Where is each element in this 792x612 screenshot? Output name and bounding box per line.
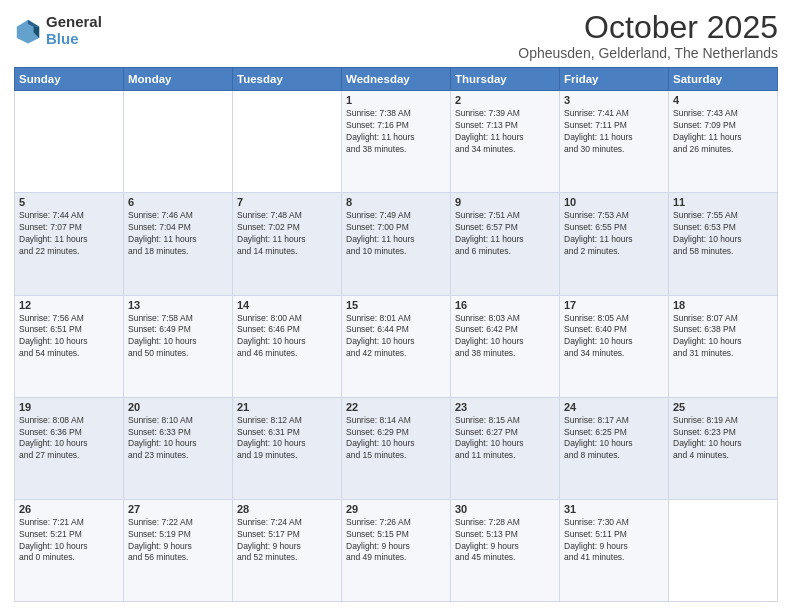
day-info: Sunrise: 7:24 AM Sunset: 5:17 PM Dayligh… — [237, 517, 337, 565]
day-number: 2 — [455, 94, 555, 106]
calendar-week-1: 5Sunrise: 7:44 AM Sunset: 7:07 PM Daylig… — [15, 193, 778, 295]
col-thursday: Thursday — [451, 68, 560, 91]
title-block: October 2025 Opheusden, Gelderland, The … — [518, 10, 778, 61]
day-number: 5 — [19, 196, 119, 208]
table-row: 17Sunrise: 8:05 AM Sunset: 6:40 PM Dayli… — [560, 295, 669, 397]
table-row: 25Sunrise: 8:19 AM Sunset: 6:23 PM Dayli… — [669, 397, 778, 499]
table-row: 16Sunrise: 8:03 AM Sunset: 6:42 PM Dayli… — [451, 295, 560, 397]
day-number: 6 — [128, 196, 228, 208]
calendar-week-2: 12Sunrise: 7:56 AM Sunset: 6:51 PM Dayli… — [15, 295, 778, 397]
day-number: 26 — [19, 503, 119, 515]
day-info: Sunrise: 7:43 AM Sunset: 7:09 PM Dayligh… — [673, 108, 773, 156]
day-number: 11 — [673, 196, 773, 208]
day-info: Sunrise: 8:15 AM Sunset: 6:27 PM Dayligh… — [455, 415, 555, 463]
day-info: Sunrise: 7:49 AM Sunset: 7:00 PM Dayligh… — [346, 210, 446, 258]
table-row: 11Sunrise: 7:55 AM Sunset: 6:53 PM Dayli… — [669, 193, 778, 295]
day-number: 18 — [673, 299, 773, 311]
day-number: 14 — [237, 299, 337, 311]
day-info: Sunrise: 7:28 AM Sunset: 5:13 PM Dayligh… — [455, 517, 555, 565]
day-info: Sunrise: 8:10 AM Sunset: 6:33 PM Dayligh… — [128, 415, 228, 463]
table-row — [669, 499, 778, 601]
table-row: 13Sunrise: 7:58 AM Sunset: 6:49 PM Dayli… — [124, 295, 233, 397]
table-row: 26Sunrise: 7:21 AM Sunset: 5:21 PM Dayli… — [15, 499, 124, 601]
table-row: 12Sunrise: 7:56 AM Sunset: 6:51 PM Dayli… — [15, 295, 124, 397]
day-number: 19 — [19, 401, 119, 413]
table-row — [233, 91, 342, 193]
table-row: 14Sunrise: 8:00 AM Sunset: 6:46 PM Dayli… — [233, 295, 342, 397]
table-row: 31Sunrise: 7:30 AM Sunset: 5:11 PM Dayli… — [560, 499, 669, 601]
logo-blue-text: Blue — [46, 31, 102, 48]
table-row: 15Sunrise: 8:01 AM Sunset: 6:44 PM Dayli… — [342, 295, 451, 397]
calendar-week-3: 19Sunrise: 8:08 AM Sunset: 6:36 PM Dayli… — [15, 397, 778, 499]
table-row: 2Sunrise: 7:39 AM Sunset: 7:13 PM Daylig… — [451, 91, 560, 193]
table-row: 7Sunrise: 7:48 AM Sunset: 7:02 PM Daylig… — [233, 193, 342, 295]
table-row: 20Sunrise: 8:10 AM Sunset: 6:33 PM Dayli… — [124, 397, 233, 499]
col-friday: Friday — [560, 68, 669, 91]
day-number: 27 — [128, 503, 228, 515]
day-info: Sunrise: 7:55 AM Sunset: 6:53 PM Dayligh… — [673, 210, 773, 258]
header: General Blue October 2025 Opheusden, Gel… — [14, 10, 778, 61]
day-number: 4 — [673, 94, 773, 106]
table-row: 24Sunrise: 8:17 AM Sunset: 6:25 PM Dayli… — [560, 397, 669, 499]
day-number: 1 — [346, 94, 446, 106]
table-row: 21Sunrise: 8:12 AM Sunset: 6:31 PM Dayli… — [233, 397, 342, 499]
table-row: 6Sunrise: 7:46 AM Sunset: 7:04 PM Daylig… — [124, 193, 233, 295]
table-row: 4Sunrise: 7:43 AM Sunset: 7:09 PM Daylig… — [669, 91, 778, 193]
col-monday: Monday — [124, 68, 233, 91]
table-row: 30Sunrise: 7:28 AM Sunset: 5:13 PM Dayli… — [451, 499, 560, 601]
day-info: Sunrise: 8:17 AM Sunset: 6:25 PM Dayligh… — [564, 415, 664, 463]
day-info: Sunrise: 8:08 AM Sunset: 6:36 PM Dayligh… — [19, 415, 119, 463]
calendar-table: Sunday Monday Tuesday Wednesday Thursday… — [14, 67, 778, 602]
day-number: 10 — [564, 196, 664, 208]
location-subtitle: Opheusden, Gelderland, The Netherlands — [518, 45, 778, 61]
col-saturday: Saturday — [669, 68, 778, 91]
day-number: 3 — [564, 94, 664, 106]
logo-general-text: General — [46, 14, 102, 31]
day-info: Sunrise: 7:30 AM Sunset: 5:11 PM Dayligh… — [564, 517, 664, 565]
day-number: 16 — [455, 299, 555, 311]
day-number: 8 — [346, 196, 446, 208]
day-number: 24 — [564, 401, 664, 413]
day-info: Sunrise: 7:58 AM Sunset: 6:49 PM Dayligh… — [128, 313, 228, 361]
day-info: Sunrise: 7:22 AM Sunset: 5:19 PM Dayligh… — [128, 517, 228, 565]
day-info: Sunrise: 7:26 AM Sunset: 5:15 PM Dayligh… — [346, 517, 446, 565]
table-row: 10Sunrise: 7:53 AM Sunset: 6:55 PM Dayli… — [560, 193, 669, 295]
table-row: 9Sunrise: 7:51 AM Sunset: 6:57 PM Daylig… — [451, 193, 560, 295]
day-number: 9 — [455, 196, 555, 208]
day-number: 21 — [237, 401, 337, 413]
day-info: Sunrise: 7:38 AM Sunset: 7:16 PM Dayligh… — [346, 108, 446, 156]
day-number: 12 — [19, 299, 119, 311]
table-row: 27Sunrise: 7:22 AM Sunset: 5:19 PM Dayli… — [124, 499, 233, 601]
day-number: 20 — [128, 401, 228, 413]
day-info: Sunrise: 8:01 AM Sunset: 6:44 PM Dayligh… — [346, 313, 446, 361]
day-number: 23 — [455, 401, 555, 413]
table-row: 28Sunrise: 7:24 AM Sunset: 5:17 PM Dayli… — [233, 499, 342, 601]
day-info: Sunrise: 8:03 AM Sunset: 6:42 PM Dayligh… — [455, 313, 555, 361]
calendar-header-row: Sunday Monday Tuesday Wednesday Thursday… — [15, 68, 778, 91]
day-info: Sunrise: 8:19 AM Sunset: 6:23 PM Dayligh… — [673, 415, 773, 463]
logo: General Blue — [14, 14, 102, 47]
day-info: Sunrise: 7:48 AM Sunset: 7:02 PM Dayligh… — [237, 210, 337, 258]
day-info: Sunrise: 8:14 AM Sunset: 6:29 PM Dayligh… — [346, 415, 446, 463]
table-row: 22Sunrise: 8:14 AM Sunset: 6:29 PM Dayli… — [342, 397, 451, 499]
day-info: Sunrise: 8:12 AM Sunset: 6:31 PM Dayligh… — [237, 415, 337, 463]
calendar-week-0: 1Sunrise: 7:38 AM Sunset: 7:16 PM Daylig… — [15, 91, 778, 193]
day-number: 28 — [237, 503, 337, 515]
table-row: 18Sunrise: 8:07 AM Sunset: 6:38 PM Dayli… — [669, 295, 778, 397]
day-number: 13 — [128, 299, 228, 311]
day-number: 25 — [673, 401, 773, 413]
day-info: Sunrise: 7:39 AM Sunset: 7:13 PM Dayligh… — [455, 108, 555, 156]
day-info: Sunrise: 7:46 AM Sunset: 7:04 PM Dayligh… — [128, 210, 228, 258]
table-row: 29Sunrise: 7:26 AM Sunset: 5:15 PM Dayli… — [342, 499, 451, 601]
table-row — [15, 91, 124, 193]
day-info: Sunrise: 7:53 AM Sunset: 6:55 PM Dayligh… — [564, 210, 664, 258]
day-info: Sunrise: 8:07 AM Sunset: 6:38 PM Dayligh… — [673, 313, 773, 361]
day-info: Sunrise: 7:56 AM Sunset: 6:51 PM Dayligh… — [19, 313, 119, 361]
day-info: Sunrise: 8:05 AM Sunset: 6:40 PM Dayligh… — [564, 313, 664, 361]
day-info: Sunrise: 7:41 AM Sunset: 7:11 PM Dayligh… — [564, 108, 664, 156]
table-row: 23Sunrise: 8:15 AM Sunset: 6:27 PM Dayli… — [451, 397, 560, 499]
calendar-body: 1Sunrise: 7:38 AM Sunset: 7:16 PM Daylig… — [15, 91, 778, 602]
logo-icon — [14, 17, 42, 45]
day-number: 30 — [455, 503, 555, 515]
day-number: 7 — [237, 196, 337, 208]
